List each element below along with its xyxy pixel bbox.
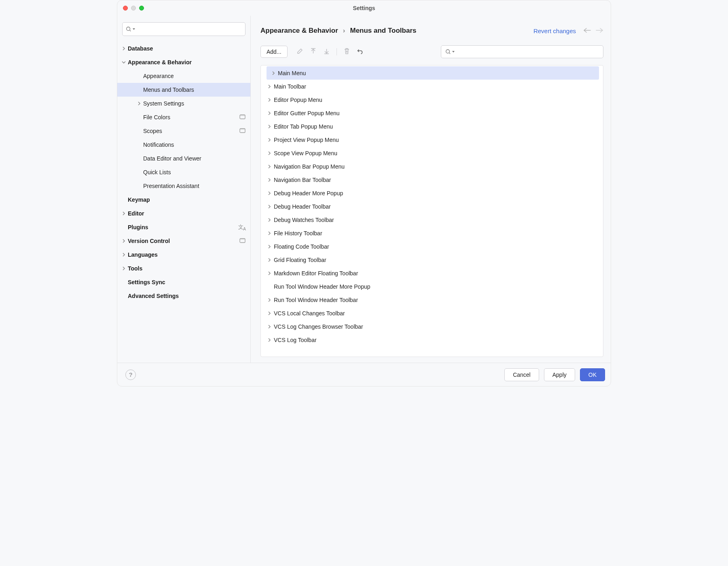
list-item[interactable]: Grid Floating Toolbar [261,253,603,266]
chevron-right-icon[interactable] [265,165,274,169]
list-item[interactable]: Run Tool Window Header More Popup [261,280,603,293]
sidebar-item[interactable]: System Settings [117,97,250,110]
chevron-right-icon[interactable] [265,178,274,182]
list-item[interactable]: VCS Local Changes Toolbar [261,306,603,320]
svg-point-8 [446,50,450,53]
chevron-right-icon[interactable] [265,245,274,249]
sidebar-item[interactable]: Editor [117,207,250,220]
undo-icon[interactable] [357,48,364,56]
sidebar-item[interactable]: Keymap [117,193,250,207]
list-item[interactable]: Floating Code Toolbar [261,240,603,253]
revert-changes-link[interactable]: Revert changes [533,27,576,34]
close-window-icon[interactable] [123,6,128,11]
add-button[interactable]: Add... [260,46,288,58]
chevron-right-icon[interactable] [265,191,274,195]
list-item[interactable]: Run Tool Window Header Toolbar [261,293,603,306]
list-item-label: VCS Log Toolbar [274,337,317,343]
list-item[interactable]: Editor Popup Menu [261,93,603,106]
sidebar-item[interactable]: Version Control [117,234,250,248]
chevron-right-icon[interactable] [265,151,274,155]
cancel-button[interactable]: Cancel [504,368,539,381]
sidebar-item[interactable]: Plugins文A [117,220,250,234]
chevron-down-icon[interactable] [120,60,128,64]
sidebar-item-label: System Settings [143,100,245,107]
maximize-window-icon[interactable] [139,6,144,11]
sidebar-item-label: Database [128,45,245,52]
window-controls [123,6,144,11]
apply-button[interactable]: Apply [544,368,575,381]
list-item-label: Floating Code Toolbar [274,243,329,250]
chevron-right-icon[interactable] [120,253,128,257]
list-search-input[interactable] [441,45,603,58]
list-item[interactable]: Editor Gutter Popup Menu [261,106,603,120]
sidebar-item[interactable]: Scopes [117,124,250,138]
chevron-right-icon[interactable] [269,71,278,75]
chevron-right-icon[interactable] [265,84,274,89]
list-item[interactable]: VCS Log Toolbar [261,333,603,346]
chevron-right-icon[interactable] [265,258,274,262]
svg-rect-7 [240,239,245,240]
chevron-right-icon[interactable] [120,239,128,243]
sidebar-item[interactable]: Data Editor and Viewer [117,152,250,165]
chevron-right-icon[interactable] [265,231,274,235]
sidebar-search-input[interactable] [122,22,245,36]
sidebar-item-label: Advanced Settings [128,293,245,299]
sidebar-item[interactable]: Advanced Settings [117,289,250,303]
list-item[interactable]: Debug Header More Popup [261,186,603,200]
move-down-icon [323,48,330,56]
sidebar-item[interactable]: Tools [117,262,250,275]
sidebar-item-label: Quick Lists [143,169,245,175]
list-item-label: Run Tool Window Header Toolbar [274,297,358,303]
chevron-right-icon[interactable] [120,46,128,51]
chevron-right-icon[interactable] [265,338,274,342]
list-item[interactable]: Project View Popup Menu [261,133,603,146]
chevron-right-icon[interactable] [265,205,274,209]
breadcrumb-parent[interactable]: Appearance & Behavior [260,27,338,35]
sidebar-tree: DatabaseAppearance & BehaviorAppearanceM… [117,41,250,363]
sidebar-item[interactable]: Quick Lists [117,165,250,179]
list-item[interactable]: Navigation Bar Toolbar [261,173,603,186]
sidebar-item[interactable]: Languages [117,248,250,262]
ok-button[interactable]: OK [580,368,605,381]
search-icon [445,49,455,55]
chevron-right-icon[interactable] [265,271,274,275]
list-item-label: Debug Watches Toolbar [274,217,334,223]
list-item-label: Editor Tab Popup Menu [274,123,333,130]
list-item[interactable]: Markdown Editor Floating Toolbar [261,266,603,280]
chevron-right-icon[interactable] [120,266,128,270]
list-item[interactable]: File History Toolbar [261,226,603,240]
sidebar-item[interactable]: Menus and Toolbars [117,83,250,97]
search-icon [126,26,135,32]
list-item[interactable]: VCS Log Changes Browser Toolbar [261,320,603,333]
chevron-right-icon[interactable] [265,325,274,329]
list-item[interactable]: Editor Tab Popup Menu [261,120,603,133]
chevron-right-icon[interactable] [265,218,274,222]
chevron-right-icon[interactable] [265,125,274,129]
chevron-right-icon[interactable] [265,311,274,315]
sidebar-item[interactable]: Database [117,42,250,55]
list-item-label: Grid Floating Toolbar [274,257,326,263]
sidebar-item[interactable]: Notifications [117,138,250,152]
sidebar-item[interactable]: Presentation Assistant [117,179,250,193]
sidebar-item[interactable]: Appearance [117,69,250,83]
sidebar-item[interactable]: Settings Sync [117,275,250,289]
list-item-label: VCS Local Changes Toolbar [274,310,345,317]
chevron-right-icon[interactable] [265,98,274,102]
list-item-label: Main Menu [278,70,306,76]
chevron-right-icon[interactable] [265,138,274,142]
list-item[interactable]: Scope View Popup Menu [261,146,603,160]
list-item[interactable]: Debug Watches Toolbar [261,213,603,226]
chevron-right-icon[interactable] [120,211,128,215]
chevron-right-icon[interactable] [135,101,143,106]
help-icon[interactable]: ? [125,370,136,380]
list-item[interactable]: Main Menu [267,66,599,80]
sidebar-item[interactable]: Appearance & Behavior [117,55,250,69]
chevron-right-icon[interactable] [265,111,274,115]
chevron-right-icon[interactable] [265,298,274,302]
list-item[interactable]: Main Toolbar [261,80,603,93]
list-item[interactable]: Debug Header Toolbar [261,200,603,213]
sidebar-item[interactable]: File Colors [117,110,250,124]
list-item[interactable]: Navigation Bar Popup Menu [261,160,603,173]
nav-back-icon[interactable] [583,27,591,34]
sidebar-item-label: Version Control [128,238,239,244]
